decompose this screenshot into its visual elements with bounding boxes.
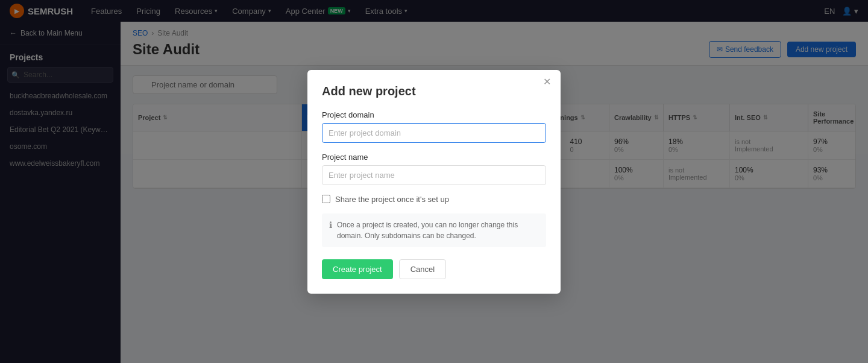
- share-checkbox-label[interactable]: Share the project once it's set up: [335, 195, 449, 204]
- domain-form-group: Project domain: [322, 110, 546, 143]
- modal-overlay[interactable]: ✕ Add new project Project domain Project…: [0, 0, 868, 363]
- info-text: Once a project is created, you can no lo…: [337, 219, 539, 241]
- cancel-button[interactable]: Cancel: [399, 259, 446, 279]
- modal-title: Add new project: [322, 84, 546, 98]
- info-row: ℹ Once a project is created, you can no …: [322, 213, 546, 247]
- create-project-button[interactable]: Create project: [322, 259, 393, 279]
- info-icon: ℹ: [329, 220, 332, 230]
- domain-label: Project domain: [322, 110, 546, 119]
- project-name-input[interactable]: [322, 165, 546, 185]
- name-label: Project name: [322, 153, 546, 162]
- share-checkbox-row: Share the project once it's set up: [322, 195, 546, 204]
- share-checkbox[interactable]: [322, 195, 330, 203]
- domain-input[interactable]: [322, 123, 546, 143]
- name-form-group: Project name: [322, 153, 546, 185]
- modal-close-button[interactable]: ✕: [543, 77, 551, 87]
- modal-actions: Create project Cancel: [322, 259, 546, 279]
- add-project-modal: ✕ Add new project Project domain Project…: [307, 70, 561, 294]
